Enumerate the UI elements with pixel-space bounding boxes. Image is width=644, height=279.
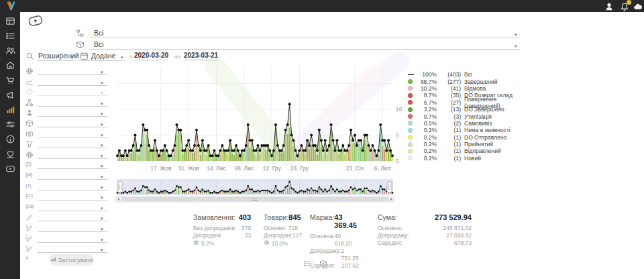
data-point [332, 139, 335, 142]
navigator-bar [283, 192, 284, 194]
data-point [138, 150, 140, 152]
navigator-point [332, 188, 334, 190]
x-tick-label: 17. Жов [150, 165, 172, 172]
navigator-point [211, 192, 213, 194]
navigator-point [203, 190, 205, 192]
sidebar-item-heart[interactable] [5, 149, 15, 159]
navigator-point [269, 190, 271, 192]
data-point [387, 139, 390, 142]
sidebar-item-cart[interactable] [5, 75, 15, 85]
navigator-bar [291, 189, 292, 194]
navigator-handle-left[interactable] [118, 182, 123, 192]
data-point [148, 144, 150, 147]
navigator-point [290, 187, 292, 189]
data-point [375, 154, 378, 157]
navigator-point [378, 190, 380, 192]
sidebar-item-dashboard[interactable] [5, 16, 15, 26]
navigator-bar [285, 188, 286, 194]
navigator-bar [277, 192, 278, 194]
x-tick-label: 6. Лют [374, 165, 391, 172]
data-point [172, 150, 174, 152]
navigator-point [259, 190, 261, 192]
navigator-bar [160, 192, 162, 194]
navigator-bar [256, 192, 257, 194]
data-point [154, 139, 156, 142]
navigator-point [309, 190, 311, 192]
data-point [164, 144, 166, 147]
navigator-point [358, 188, 360, 190]
data-point [308, 144, 311, 147]
sidebar-item-sliders[interactable] [5, 119, 15, 129]
data-point [256, 144, 259, 147]
data-point [294, 150, 297, 152]
navigator-bar [148, 192, 150, 194]
navigator-bar [188, 191, 189, 194]
data-point [335, 139, 338, 142]
navigator-point [164, 190, 166, 192]
navigator-point [176, 185, 178, 187]
sidebar-item-users[interactable] [5, 46, 15, 56]
data-point [345, 150, 348, 152]
navigator-bar [143, 188, 144, 194]
navigator-point [313, 190, 315, 192]
bell-icon[interactable] [620, 2, 629, 11]
navigator-bar [305, 192, 306, 194]
sidebar-item-list[interactable] [5, 31, 15, 41]
navigator-point [342, 190, 344, 192]
data-point [286, 123, 289, 126]
navigator-point [184, 190, 186, 192]
data-point [201, 139, 204, 142]
navigator-bar [244, 192, 245, 194]
data-point [197, 144, 200, 147]
navigator-bar [317, 192, 318, 194]
data-point [350, 129, 352, 131]
sidebar-item-info[interactable] [5, 134, 15, 144]
navigator-bar [164, 191, 166, 194]
data-point [383, 139, 386, 142]
navigator-point [263, 190, 265, 192]
data-point [370, 150, 372, 152]
data-point [288, 103, 291, 105]
user-icon[interactable] [604, 2, 614, 11]
navigator-bar [180, 188, 182, 194]
sidebar-item-store[interactable] [5, 60, 15, 70]
data-point [116, 154, 119, 157]
topbar [0, 0, 644, 12]
data-point [268, 150, 271, 152]
navigator-bar [229, 190, 231, 194]
data-point [368, 144, 370, 147]
navigator-bar [176, 188, 178, 194]
data-point [122, 154, 125, 157]
navigator-bar [262, 192, 263, 194]
navigator-point [338, 190, 340, 192]
data-point [255, 150, 258, 152]
navigator-point [170, 192, 172, 194]
data-point [314, 144, 317, 147]
data-point [239, 154, 241, 157]
navigator-point [253, 190, 255, 192]
navigator-handle-right[interactable] [387, 182, 392, 192]
navigator-bar [358, 190, 360, 194]
sidebar-item-video[interactable] [5, 164, 15, 174]
data-point [339, 150, 342, 152]
sidebar-item-chart-active[interactable] [5, 105, 15, 115]
navigator-point [280, 190, 282, 192]
navigator-bar [227, 192, 229, 194]
navigator-bar [133, 192, 134, 194]
navigator-point [282, 190, 284, 192]
navigator-bar [178, 187, 180, 194]
navigator-point [257, 190, 259, 192]
navigator-bar [331, 188, 332, 194]
data-point [229, 139, 231, 142]
data-point [243, 150, 246, 152]
navigator-bar [222, 192, 223, 194]
navigator-bar [315, 191, 316, 194]
navigator-point [372, 190, 374, 192]
navigator-bar [248, 188, 249, 194]
navigator-bar [342, 191, 343, 194]
navigator-bar [350, 190, 352, 194]
sidebar-item-megaphone[interactable] [5, 90, 15, 100]
cloud-icon[interactable] [633, 2, 643, 11]
navigator-point [284, 186, 286, 188]
y-tick-label: 10 [396, 106, 402, 113]
